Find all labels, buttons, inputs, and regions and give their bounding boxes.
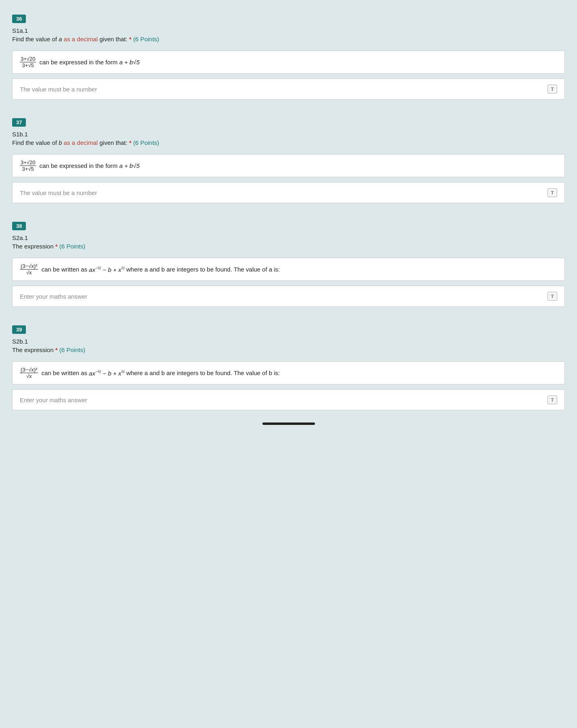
prompt-prefix-36: Find the value of bbox=[12, 36, 59, 42]
denominator-36: 3+√5 bbox=[21, 62, 35, 68]
question-block-36: 36 S1a.1 Find the value of a as a decima… bbox=[12, 8, 565, 100]
answer-input-39[interactable]: Enter your maths answer T bbox=[12, 389, 565, 410]
question-code-37: S1b.1 bbox=[12, 131, 28, 138]
formula-suffix-37: can be expressed in the form bbox=[39, 162, 117, 169]
question-title-36: S1a.1 bbox=[12, 27, 565, 34]
formula-form-37: a + b√5 bbox=[119, 162, 139, 169]
fraction-39: (3−√x)² √x bbox=[20, 367, 38, 379]
denominator-39: √x bbox=[25, 373, 33, 379]
question-title-37: S1b.1 bbox=[12, 131, 565, 138]
navigation-bar bbox=[262, 422, 315, 425]
question-header-36: 36 S1a.1 Find the value of a as a decima… bbox=[12, 8, 565, 46]
numerator-39: (3−√x)² bbox=[20, 367, 38, 373]
formula-suffix-36: can be expressed in the form bbox=[39, 59, 117, 66]
formula-suffix-39: can be written as bbox=[41, 369, 87, 376]
points-38: (6 Points) bbox=[59, 243, 85, 250]
required-39: * bbox=[55, 346, 58, 353]
points-39: (6 Points) bbox=[59, 346, 85, 353]
numerator-37: 3+√20 bbox=[20, 159, 36, 166]
formula-box-37: 3+√20 3+√5 can be expressed in the form … bbox=[12, 154, 565, 177]
question-number-36: 36 bbox=[12, 15, 26, 23]
decimal-label-36: as a decimal bbox=[62, 36, 97, 42]
question-block-38: 38 S2a.1 The expression * (6 Points) (3−… bbox=[12, 215, 565, 307]
answer-input-38[interactable]: Enter your maths answer T bbox=[12, 286, 565, 307]
question-number-37: 37 bbox=[12, 118, 26, 127]
question-block-39: 39 S2b.1 The expression * (6 Points) (3−… bbox=[12, 319, 565, 410]
denominator-37: 3+√5 bbox=[21, 166, 35, 172]
formula-form-36: a + b√5 bbox=[119, 59, 139, 66]
question-header-37: 37 S1b.1 Find the value of b as a decima… bbox=[12, 112, 565, 149]
required-37: * bbox=[129, 139, 131, 146]
question-block-37: 37 S1b.1 Find the value of b as a decima… bbox=[12, 112, 565, 203]
formula-form-39: ax−½ − b + x½ bbox=[89, 369, 125, 377]
answer-placeholder-38: Enter your maths answer bbox=[20, 293, 87, 300]
question-prompt-36: Find the value of a as a decimal given t… bbox=[12, 36, 565, 42]
fraction-38: (3−√x)² √x bbox=[20, 263, 38, 276]
t-button-39[interactable]: T bbox=[547, 395, 557, 404]
answer-placeholder-36: The value must be a number bbox=[20, 86, 97, 93]
fraction-37: 3+√20 3+√5 bbox=[20, 159, 36, 172]
points-36: (6 Points) bbox=[133, 36, 159, 42]
answer-input-36[interactable]: The value must be a number T bbox=[12, 79, 565, 100]
answer-placeholder-37: The value must be a number bbox=[20, 189, 97, 196]
formula-extra-38: where a and b are integers to be found. … bbox=[126, 266, 280, 273]
denominator-38: √x bbox=[25, 270, 33, 276]
question-title-39: S2b.1 bbox=[12, 338, 565, 345]
t-button-38[interactable]: T bbox=[547, 292, 557, 301]
question-prompt-39: The expression * (6 Points) bbox=[12, 346, 565, 353]
prompt-middle-36: given that: bbox=[98, 36, 129, 42]
fraction-36: 3+√20 3+√5 bbox=[20, 56, 36, 68]
prompt-prefix-37: Find the value of bbox=[12, 139, 59, 146]
numerator-36: 3+√20 bbox=[20, 56, 36, 62]
question-code-39: S2b.1 bbox=[12, 338, 28, 345]
formula-text-37: 3+√20 3+√5 can be expressed in the form … bbox=[20, 159, 139, 172]
required-38: * bbox=[55, 243, 58, 250]
formula-form-38: ax−½ − b + x½ bbox=[89, 266, 125, 273]
prompt-middle-37: given that: bbox=[98, 139, 129, 146]
t-button-37[interactable]: T bbox=[547, 188, 557, 197]
numerator-38: (3−√x)² bbox=[20, 263, 38, 270]
points-37: (6 Points) bbox=[133, 139, 159, 146]
answer-input-37[interactable]: The value must be a number T bbox=[12, 182, 565, 203]
formula-box-39: (3−√x)² √x can be written as ax−½ − b + … bbox=[12, 361, 565, 384]
formula-box-38: (3−√x)² √x can be written as ax−½ − b + … bbox=[12, 258, 565, 281]
t-button-36[interactable]: T bbox=[547, 85, 557, 93]
question-title-38: S2a.1 bbox=[12, 234, 565, 241]
question-prompt-38: The expression * (6 Points) bbox=[12, 243, 565, 250]
answer-placeholder-39: Enter your maths answer bbox=[20, 397, 87, 403]
question-header-39: 39 S2b.1 The expression * (6 Points) bbox=[12, 319, 565, 357]
prompt-prefix-39: The expression bbox=[12, 346, 54, 353]
formula-text-39: (3−√x)² √x can be written as ax−½ − b + … bbox=[20, 367, 280, 379]
question-header-38: 38 S2a.1 The expression * (6 Points) bbox=[12, 215, 565, 253]
decimal-label-37: as a decimal bbox=[62, 139, 97, 146]
required-36: * bbox=[129, 36, 131, 42]
formula-box-36: 3+√20 3+√5 can be expressed in the form … bbox=[12, 51, 565, 74]
formula-suffix-38: can be written as bbox=[41, 266, 87, 273]
question-code-38: S2a.1 bbox=[12, 234, 28, 241]
formula-text-36: 3+√20 3+√5 can be expressed in the form … bbox=[20, 56, 139, 68]
question-code-36: S1a.1 bbox=[12, 27, 28, 34]
question-prompt-37: Find the value of b as a decimal given t… bbox=[12, 139, 565, 146]
question-number-39: 39 bbox=[12, 325, 26, 334]
formula-extra-39: where a and b are integers to be found. … bbox=[126, 369, 280, 376]
question-number-38: 38 bbox=[12, 222, 26, 230]
prompt-prefix-38: The expression bbox=[12, 243, 54, 250]
formula-text-38: (3−√x)² √x can be written as ax−½ − b + … bbox=[20, 263, 280, 276]
